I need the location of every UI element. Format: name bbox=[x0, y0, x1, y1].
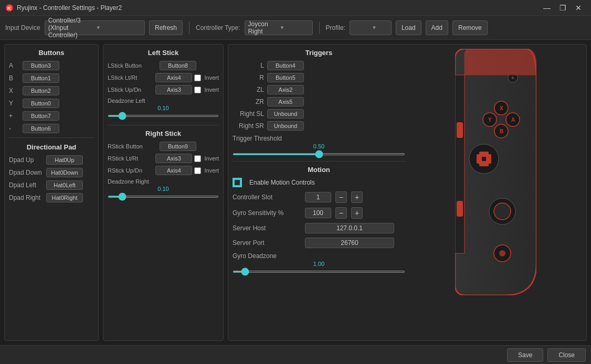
dpad-list: Dpad Up Hat0Up Dpad Down Hat0Down Dpad L… bbox=[9, 155, 94, 202]
button-input-0[interactable]: Button3 bbox=[23, 61, 59, 70]
lstick-updn-invert-label: Invert bbox=[204, 87, 219, 93]
trigger-input-1[interactable]: Button5 bbox=[267, 73, 304, 82]
dpad-input-3[interactable]: Hat0Right bbox=[46, 193, 83, 202]
rstick-deadzone-section: Deadzone Right 0.10 bbox=[108, 178, 219, 199]
close-window-button[interactable]: ✕ bbox=[571, 3, 586, 13]
rstick-ltrt-label: RStick Lt/Rt bbox=[108, 155, 153, 162]
dpad-row-0: Dpad Up Hat0Up bbox=[9, 155, 94, 165]
gyro-sensitivity-increment[interactable]: + bbox=[351, 207, 363, 219]
enable-motion-checkbox[interactable] bbox=[233, 178, 242, 187]
trigger-input-2[interactable]: Axis2 bbox=[267, 85, 304, 94]
controller-type-value: Joycon Right bbox=[248, 20, 278, 35]
rstick-updn-input[interactable]: Axis4 bbox=[155, 166, 192, 175]
refresh-button[interactable]: Refresh bbox=[149, 20, 183, 35]
dpad-input-1[interactable]: Hat0Down bbox=[46, 168, 83, 177]
rstick-deadzone-label: Deadzone Right bbox=[108, 178, 219, 185]
separator-2 bbox=[319, 22, 320, 34]
left-stick-section: Left Stick LStick Button Button8 LStick … bbox=[108, 49, 219, 119]
minimize-button[interactable]: — bbox=[540, 3, 554, 13]
trigger-input-0[interactable]: Button4 bbox=[267, 61, 304, 70]
rstick-deadzone-slider[interactable] bbox=[108, 196, 219, 198]
load-button[interactable]: Load bbox=[396, 20, 421, 35]
lstick-ltrt-invert-check[interactable] bbox=[194, 74, 201, 81]
svg-rect-8 bbox=[477, 154, 482, 164]
trigger-row-2: ZL Axis2 bbox=[233, 85, 405, 94]
rstick-updn-invert-label: Invert bbox=[204, 167, 219, 174]
trigger-threshold-section: Trigger Threshold 0.50 bbox=[233, 135, 405, 157]
rstick-ltrt-input[interactable]: Axis3 bbox=[155, 154, 192, 163]
svg-text:R: R bbox=[7, 6, 11, 11]
dpad-row-1: Dpad Down Hat0Down bbox=[9, 168, 94, 177]
lstick-updn-invert-check[interactable] bbox=[194, 87, 201, 93]
divider-1 bbox=[9, 137, 94, 138]
button-label-1: B bbox=[9, 74, 19, 82]
lstick-ltrt-input[interactable]: Axis4 bbox=[155, 73, 192, 82]
button-label-2: X bbox=[9, 87, 19, 94]
svg-text:+: + bbox=[511, 75, 514, 81]
trigger-input-3[interactable]: Axis5 bbox=[267, 97, 304, 106]
trigger-threshold-slider[interactable] bbox=[233, 153, 405, 155]
left-stick-title: Left Stick bbox=[108, 49, 219, 57]
controller-type-select[interactable]: Joycon Right ▼ bbox=[245, 20, 313, 35]
rstick-button-label: RStick Button bbox=[108, 143, 157, 149]
controller-visual-column: A B X Y bbox=[409, 49, 582, 297]
controller-slot-decrement[interactable]: − bbox=[335, 191, 347, 203]
profile-arrow-icon: ▼ bbox=[372, 25, 388, 30]
button-input-1[interactable]: Button1 bbox=[23, 73, 59, 83]
server-port-input[interactable] bbox=[305, 238, 394, 248]
rstick-ltrt-invert-check[interactable] bbox=[194, 155, 201, 162]
gyro-deadzone-slider[interactable] bbox=[233, 271, 405, 273]
button-label-3: Y bbox=[9, 100, 19, 107]
triggers-column: Triggers L Button4 R Button5 ZL Axis2 ZR… bbox=[233, 49, 405, 297]
button-input-5[interactable]: Button6 bbox=[23, 124, 59, 133]
rstick-updn-invert-check[interactable] bbox=[194, 167, 201, 174]
trigger-input-4[interactable]: Unbound bbox=[267, 109, 304, 119]
gyro-sensitivity-decrement[interactable]: − bbox=[335, 207, 347, 219]
dpad-label-3: Dpad Right bbox=[9, 194, 43, 201]
trigger-label-1: R bbox=[233, 74, 264, 81]
separator-1 bbox=[189, 22, 189, 34]
triggers-list: L Button4 R Button5 ZL Axis2 ZR Axis5 Ri… bbox=[233, 61, 405, 131]
trigger-label-4: Right SL bbox=[233, 110, 264, 117]
divider-3 bbox=[233, 161, 405, 162]
button-row-a: A Button3 bbox=[9, 61, 94, 70]
controller-slot-increment[interactable]: + bbox=[351, 191, 363, 203]
lstick-updn-input[interactable]: Axis3 bbox=[155, 85, 192, 94]
button-row-x: X Button2 bbox=[9, 86, 94, 95]
input-device-label: Input Device bbox=[5, 24, 40, 31]
add-button[interactable]: Add bbox=[426, 20, 448, 35]
close-button[interactable]: Close bbox=[547, 348, 586, 362]
dpad-label-0: Dpad Up bbox=[9, 156, 43, 164]
server-host-input[interactable] bbox=[305, 223, 394, 233]
server-host-row: Server Host bbox=[233, 223, 405, 233]
lstick-ltrt-invert-label: Invert bbox=[204, 74, 219, 81]
button-input-3[interactable]: Button0 bbox=[23, 99, 59, 108]
dpad-title: Directional Pad bbox=[9, 143, 94, 151]
controller-type-arrow-icon: ▼ bbox=[280, 25, 309, 30]
dpad-input-2[interactable]: Hat0Left bbox=[46, 180, 83, 190]
gyro-sensitivity-input[interactable] bbox=[305, 208, 331, 218]
trigger-row-3: ZR Axis5 bbox=[233, 97, 405, 106]
lstick-deadzone-value: 0.10 bbox=[108, 105, 219, 111]
server-port-label: Server Port bbox=[233, 239, 301, 247]
svg-text:B: B bbox=[500, 129, 503, 134]
profile-select[interactable]: ▼ bbox=[350, 20, 392, 35]
trigger-input-5[interactable]: Unbound bbox=[267, 121, 304, 131]
save-button[interactable]: Save bbox=[507, 348, 543, 362]
input-device-select[interactable]: Controller/3 (XInput Controller) ▼ bbox=[45, 20, 145, 35]
button-row-+: + Button7 bbox=[9, 111, 94, 121]
button-input-4[interactable]: Button7 bbox=[23, 111, 59, 121]
dpad-input-0[interactable]: Hat0Up bbox=[46, 155, 83, 165]
input-device-value: Controller/3 (XInput Controller) bbox=[48, 17, 94, 39]
right-stick-section: Right Stick RStick Button Button9 RStick… bbox=[108, 130, 219, 199]
rstick-button-input[interactable]: Button9 bbox=[160, 142, 196, 151]
restore-button[interactable]: ❐ bbox=[555, 3, 570, 13]
motion-title: Motion bbox=[233, 166, 405, 174]
server-port-row: Server Port bbox=[233, 238, 405, 248]
controller-slot-input[interactable] bbox=[305, 192, 331, 202]
button-input-2[interactable]: Button2 bbox=[23, 86, 59, 95]
lstick-deadzone-slider[interactable] bbox=[108, 115, 219, 117]
remove-button[interactable]: Remove bbox=[452, 20, 488, 35]
buttons-list: A Button3 B Button1 X Button2 Y Button0 … bbox=[9, 61, 94, 133]
lstick-button-input[interactable]: Button8 bbox=[160, 61, 196, 70]
